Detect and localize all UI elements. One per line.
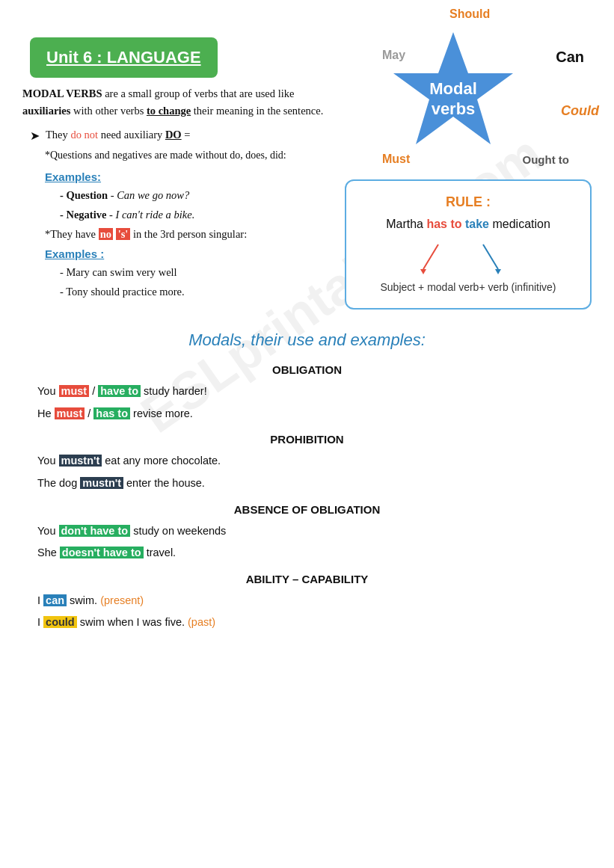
proh-mustnt2: mustn't [80,477,123,489]
proh-l1-pre: You [37,455,59,467]
obl-l2-end: revise more. [130,407,193,419]
abs-dont-have-to: don't have to [59,525,131,537]
obl-has-to: has to [93,407,130,419]
no-highlight: no [99,228,113,240]
indent-note: *Questions and negatives are made withou… [45,147,592,164]
prohibition-heading: PROHIBITION [22,433,592,446]
rule-sentence-pre: Martha [386,218,426,230]
rule-formula: Subject + modal verb+ verb (infinitive) [361,281,575,293]
abil-could: could [43,616,77,628]
svg-line-3 [423,244,438,269]
rule-box: RULE : Martha has to take medication Sub… [345,179,592,310]
to-change-text: to change [147,105,191,117]
ability-line1: I can swim. (present) [37,591,592,610]
has-to-word: has to [426,218,461,230]
abil-can: can [43,594,67,606]
take-word: take [465,218,489,230]
ability-heading: ABILITY – CAPABILITY [22,573,592,585]
arrow-icon: ➤ [30,129,40,143]
abs-l2-pre: She [37,547,60,558]
question-label: - Question [60,189,108,201]
bullet-do-not: ➤ They do not need auxiliary DO = [30,129,592,143]
absence-line2: She doesn't have to travel. [37,544,592,562]
do-text: DO [165,129,182,141]
abil-l2-pre: I [37,616,43,628]
rule-sentence-end: medication [489,218,550,230]
bullet-text: They do not need auxiliary DO = [46,129,190,141]
obl-l1-end: study harder! [141,385,207,397]
modal-can-label: Can [556,49,584,66]
abil-l1-mid: swim. [67,594,100,606]
obligation-heading: OBLIGATION [22,363,592,376]
svg-marker-6 [495,269,501,274]
do-not-text: do not [70,129,98,141]
intro-text6: their meaning in the sentence. [191,105,323,117]
abil-past: (past) [188,616,215,628]
abil-l2-mid: swim when I was five. [77,616,188,628]
top-area: Unit 6 : LANGUAGE Should May Can Modal v… [22,15,592,78]
prohibition-line1: You mustn't eat any more chocolate. [37,452,592,470]
abil-l1-pre: I [37,594,43,606]
right-column: Should May Can Modal verbs Could Must Ou… [366,15,592,78]
obl-l1-mid: / [89,385,98,397]
obligation-line2: He must / has to revise more. [37,404,592,423]
bullet-text2: need auxiliary [98,129,165,141]
abs-doesnt-have-to: doesn't have to [60,547,144,558]
question-text: - Can we go now? [108,189,189,201]
proh-l1-end: eat any more chocolate. [102,455,221,467]
intro-text4: with other verbs [70,105,146,117]
modals-title: Modals, their use and examples: [22,330,592,350]
obligation-line1: You must / have to study harder! [37,382,592,401]
bullet-text3: = [182,129,191,141]
obl-must2: must [55,407,85,419]
ability-line2: I could swim when I was five. (past) [37,613,592,632]
absence-heading: ABSENCE OF OBLIGATION [22,503,592,516]
modals-section: Modals, their use and examples: OBLIGATI… [22,330,592,632]
obl-have-to: have to [98,385,141,397]
svg-line-5 [483,244,498,269]
proh-l2-end: enter the house. [123,477,205,489]
absence-line1: You don't have to study on weekends [37,522,592,541]
modal-should-label: Should [449,7,490,21]
obl-l1-pre: You [37,385,59,397]
abs-l1-end: study on weekends [130,525,226,537]
intro-paragraph: MODAL VERBS are a small group of verbs t… [22,85,344,120]
rule-arrows-svg [393,243,543,277]
no-s-text3: in the 3rd person singular: [130,228,247,240]
svg-marker-4 [420,269,426,274]
page: ESLprintables.com Unit 6 : LANGUAGE Shou… [0,0,614,868]
prohibition-line2: The dog mustn't enter the house. [37,474,592,493]
proh-l2-pre: The dog [37,477,80,489]
obl-l2-mid: / [85,407,93,419]
intro-text2: are a small group of verbs that are used… [102,87,295,99]
auxiliaries-bold: auxiliaries [22,105,70,117]
negative-text: - I can't ride a bike. [106,209,194,221]
abil-present: (present) [100,594,144,606]
abs-l1-pre: You [37,525,59,537]
negative-label: - Negative [60,209,106,221]
page-title: Unit 6 : LANGUAGE [46,48,201,67]
obl-l2-pre: He [37,407,55,419]
proh-mustnt1: mustn't [59,455,102,467]
rule-sentence: Martha has to take medication [361,218,575,231]
bullet-text1: They [46,129,70,141]
left-column: Unit 6 : LANGUAGE [22,15,366,78]
modal-verbs-bold: MODAL VERBS [22,87,102,99]
rule-title: RULE : [361,194,575,210]
abs-l2-end: travel. [144,547,176,558]
title-box: Unit 6 : LANGUAGE [30,37,218,78]
no-s-text1: *They have [45,228,99,240]
s-highlight: 's' [116,228,131,240]
obl-must1: must [59,385,90,397]
